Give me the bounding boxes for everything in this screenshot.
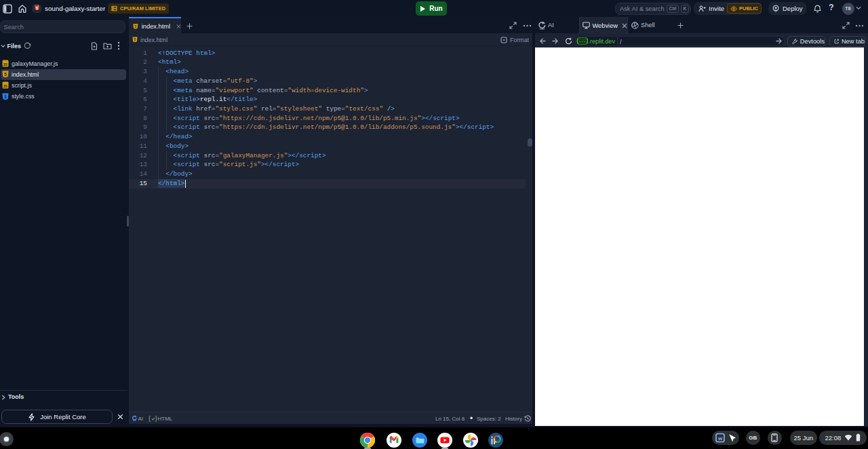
svg-text:3: 3 — [4, 94, 7, 98]
svg-text:JS: JS — [3, 62, 7, 66]
svg-text:JS: JS — [3, 85, 7, 89]
svg-text:5: 5 — [134, 24, 136, 28]
svg-text:5: 5 — [4, 72, 7, 77]
svg-text:w: w — [717, 435, 723, 442]
svg-text:5: 5 — [36, 6, 38, 10]
svg-text:5: 5 — [134, 37, 136, 41]
